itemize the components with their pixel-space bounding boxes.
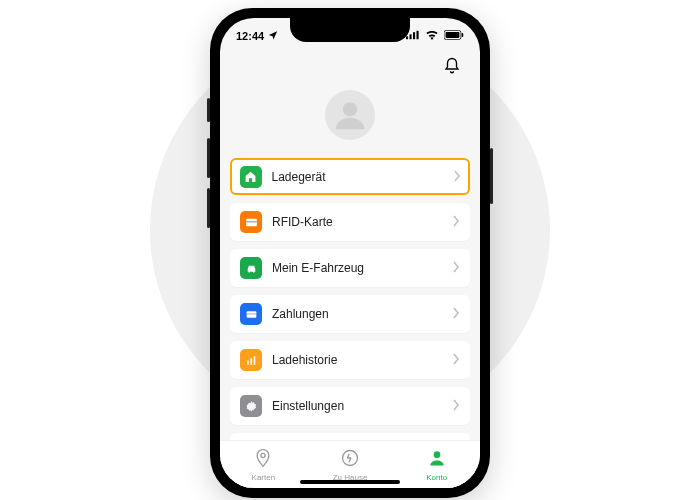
menu-item-card[interactable]: RFID-Karte — [230, 203, 470, 241]
person-icon — [333, 98, 367, 132]
car-icon — [240, 257, 262, 279]
screen: 12:44 — [220, 18, 480, 488]
svg-rect-0 — [406, 36, 408, 39]
chevron-right-icon — [452, 351, 460, 369]
card-icon — [240, 211, 262, 233]
tab-karten[interactable]: Karten — [220, 441, 307, 488]
avatar-section — [220, 80, 480, 158]
menu-list: LadegerätRFID-KarteMein E-FahrzeugZahlun… — [220, 158, 480, 488]
menu-item-chart[interactable]: Ladehistorie — [230, 341, 470, 379]
chevron-right-icon — [452, 213, 460, 231]
avatar[interactable] — [325, 90, 375, 140]
tab-konto[interactable]: Konto — [393, 441, 480, 488]
tab-label: Karten — [252, 473, 276, 482]
chevron-right-icon — [452, 397, 460, 415]
chevron-right-icon — [452, 305, 460, 323]
tab-icon — [427, 448, 447, 472]
pay-icon — [240, 303, 262, 325]
svg-rect-2 — [413, 32, 415, 39]
svg-rect-13 — [246, 313, 256, 314]
chevron-right-icon — [452, 259, 460, 277]
chevron-right-icon — [453, 168, 461, 186]
svg-point-10 — [248, 270, 250, 272]
svg-point-7 — [343, 102, 357, 116]
menu-item-label: Ladegerät — [262, 170, 453, 184]
notch — [290, 18, 410, 42]
svg-rect-14 — [247, 360, 249, 364]
status-time: 12:44 — [236, 30, 264, 42]
home-indicator — [300, 480, 400, 484]
svg-rect-15 — [250, 358, 252, 365]
header — [220, 48, 480, 80]
svg-rect-16 — [253, 356, 255, 365]
menu-item-gear[interactable]: Einstellungen — [230, 387, 470, 425]
menu-item-pay[interactable]: Zahlungen — [230, 295, 470, 333]
notifications-button[interactable] — [440, 54, 464, 78]
menu-item-label: Zahlungen — [262, 307, 452, 321]
svg-rect-1 — [410, 34, 412, 39]
wifi-icon — [425, 30, 439, 42]
menu-item-label: Einstellungen — [262, 399, 452, 413]
tab-label: Konto — [426, 473, 447, 482]
location-icon — [268, 30, 278, 42]
svg-rect-9 — [246, 220, 257, 222]
svg-point-23 — [261, 453, 265, 457]
svg-rect-3 — [417, 31, 419, 39]
tab-icon — [340, 448, 360, 472]
gear-icon — [240, 395, 262, 417]
bell-icon — [443, 57, 461, 75]
svg-point-25 — [433, 451, 440, 458]
tab-icon — [253, 448, 273, 472]
battery-icon — [444, 30, 464, 42]
svg-point-11 — [252, 270, 254, 272]
chart-icon — [240, 349, 262, 371]
svg-rect-6 — [462, 33, 464, 37]
svg-rect-5 — [446, 32, 460, 38]
menu-item-label: Ladehistorie — [262, 353, 452, 367]
menu-item-label: Mein E-Fahrzeug — [262, 261, 452, 275]
phone-frame: 12:44 — [210, 8, 490, 498]
menu-item-home[interactable]: Ladegerät — [230, 158, 470, 195]
home-icon — [240, 166, 262, 188]
menu-item-label: RFID-Karte — [262, 215, 452, 229]
menu-item-car[interactable]: Mein E-Fahrzeug — [230, 249, 470, 287]
